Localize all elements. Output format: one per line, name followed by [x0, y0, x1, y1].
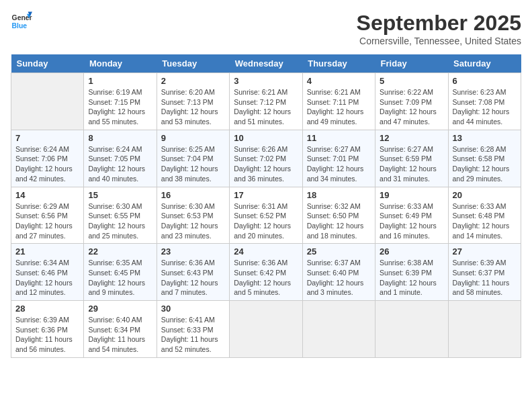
calendar-week-row: 21Sunrise: 6:34 AM Sunset: 6:46 PM Dayli…	[11, 244, 521, 301]
cell-info: Sunrise: 6:27 AM Sunset: 6:59 PM Dayligh…	[380, 144, 443, 184]
calendar-cell	[302, 301, 375, 358]
cell-info: Sunrise: 6:37 AM Sunset: 6:40 PM Dayligh…	[307, 258, 371, 298]
calendar-cell	[230, 301, 302, 358]
cell-info: Sunrise: 6:27 AM Sunset: 7:01 PM Dayligh…	[307, 144, 371, 184]
cell-info: Sunrise: 6:38 AM Sunset: 6:39 PM Dayligh…	[380, 258, 443, 298]
calendar-cell: 28Sunrise: 6:39 AM Sunset: 6:36 PM Dayli…	[11, 301, 84, 358]
day-number: 9	[161, 133, 225, 143]
calendar-cell: 29Sunrise: 6:40 AM Sunset: 6:34 PM Dayli…	[84, 301, 157, 358]
calendar-cell: 14Sunrise: 6:29 AM Sunset: 6:56 PM Dayli…	[11, 187, 84, 244]
day-number: 25	[307, 246, 371, 257]
calendar-cell: 21Sunrise: 6:34 AM Sunset: 6:46 PM Dayli…	[11, 244, 84, 301]
day-number: 10	[234, 133, 298, 143]
calendar-cell: 4Sunrise: 6:21 AM Sunset: 7:11 PM Daylig…	[302, 73, 375, 130]
day-number: 6	[453, 76, 517, 86]
calendar-cell: 5Sunrise: 6:22 AM Sunset: 7:09 PM Daylig…	[375, 73, 448, 130]
weekday-header: Saturday	[448, 54, 521, 73]
calendar-cell: 24Sunrise: 6:36 AM Sunset: 6:42 PM Dayli…	[230, 244, 302, 301]
day-number: 27	[453, 246, 517, 257]
cell-info: Sunrise: 6:39 AM Sunset: 6:36 PM Dayligh…	[15, 315, 79, 355]
calendar-cell: 10Sunrise: 6:26 AM Sunset: 7:02 PM Dayli…	[230, 130, 302, 187]
day-number: 30	[161, 304, 225, 314]
cell-info: Sunrise: 6:33 AM Sunset: 6:48 PM Dayligh…	[453, 201, 517, 241]
cell-info: Sunrise: 6:26 AM Sunset: 7:02 PM Dayligh…	[234, 144, 298, 184]
cell-info: Sunrise: 6:21 AM Sunset: 7:12 PM Dayligh…	[234, 87, 298, 127]
weekday-header: Monday	[84, 54, 157, 73]
calendar-cell: 9Sunrise: 6:25 AM Sunset: 7:04 PM Daylig…	[157, 130, 229, 187]
month-title: September 2025	[357, 11, 521, 36]
cell-info: Sunrise: 6:25 AM Sunset: 7:04 PM Dayligh…	[161, 144, 225, 184]
calendar-cell: 20Sunrise: 6:33 AM Sunset: 6:48 PM Dayli…	[448, 187, 521, 244]
calendar-week-row: 14Sunrise: 6:29 AM Sunset: 6:56 PM Dayli…	[11, 187, 521, 244]
weekday-header: Wednesday	[230, 54, 302, 73]
day-number: 15	[88, 190, 152, 200]
cell-info: Sunrise: 6:35 AM Sunset: 6:45 PM Dayligh…	[88, 258, 152, 298]
cell-info: Sunrise: 6:41 AM Sunset: 6:33 PM Dayligh…	[161, 315, 225, 355]
day-number: 7	[15, 133, 79, 143]
day-number: 2	[161, 76, 225, 86]
calendar-week-row: 7Sunrise: 6:24 AM Sunset: 7:06 PM Daylig…	[11, 130, 521, 187]
cell-info: Sunrise: 6:23 AM Sunset: 7:08 PM Dayligh…	[453, 87, 517, 127]
cell-info: Sunrise: 6:31 AM Sunset: 6:52 PM Dayligh…	[234, 201, 298, 241]
calendar-cell: 6Sunrise: 6:23 AM Sunset: 7:08 PM Daylig…	[448, 73, 521, 130]
calendar-cell: 15Sunrise: 6:30 AM Sunset: 6:55 PM Dayli…	[84, 187, 157, 244]
calendar-week-row: 1Sunrise: 6:19 AM Sunset: 7:15 PM Daylig…	[11, 73, 521, 130]
weekday-header: Tuesday	[157, 54, 229, 73]
weekday-header: Friday	[375, 54, 448, 73]
day-number: 11	[307, 133, 371, 143]
calendar-cell: 2Sunrise: 6:20 AM Sunset: 7:13 PM Daylig…	[157, 73, 229, 130]
cell-info: Sunrise: 6:21 AM Sunset: 7:11 PM Dayligh…	[307, 87, 371, 127]
cell-info: Sunrise: 6:33 AM Sunset: 6:49 PM Dayligh…	[380, 201, 443, 241]
calendar-cell: 23Sunrise: 6:36 AM Sunset: 6:43 PM Dayli…	[157, 244, 229, 301]
day-number: 14	[15, 190, 79, 200]
calendar-cell: 16Sunrise: 6:30 AM Sunset: 6:53 PM Dayli…	[157, 187, 229, 244]
calendar-cell	[375, 301, 448, 358]
svg-text:Blue: Blue	[12, 22, 28, 30]
logo: General Blue	[11, 11, 32, 32]
calendar-cell: 13Sunrise: 6:28 AM Sunset: 6:58 PM Dayli…	[448, 130, 521, 187]
page-header: General Blue September 2025 Cornersville…	[11, 11, 521, 46]
calendar-cell: 22Sunrise: 6:35 AM Sunset: 6:45 PM Dayli…	[84, 244, 157, 301]
cell-info: Sunrise: 6:20 AM Sunset: 7:13 PM Dayligh…	[161, 87, 225, 127]
cell-info: Sunrise: 6:19 AM Sunset: 7:15 PM Dayligh…	[88, 87, 152, 127]
cell-info: Sunrise: 6:24 AM Sunset: 7:06 PM Dayligh…	[15, 144, 79, 184]
day-number: 3	[234, 76, 298, 86]
day-number: 18	[307, 190, 371, 200]
title-block: September 2025 Cornersville, Tennessee, …	[357, 11, 521, 46]
cell-info: Sunrise: 6:36 AM Sunset: 6:42 PM Dayligh…	[234, 258, 298, 298]
cell-info: Sunrise: 6:30 AM Sunset: 6:53 PM Dayligh…	[161, 201, 225, 241]
day-number: 4	[307, 76, 371, 86]
day-number: 24	[234, 246, 298, 257]
day-number: 19	[380, 190, 443, 200]
cell-info: Sunrise: 6:39 AM Sunset: 6:37 PM Dayligh…	[453, 258, 517, 298]
calendar-cell: 8Sunrise: 6:24 AM Sunset: 7:05 PM Daylig…	[84, 130, 157, 187]
day-number: 28	[15, 304, 79, 314]
cell-info: Sunrise: 6:28 AM Sunset: 6:58 PM Dayligh…	[453, 144, 517, 184]
calendar-cell: 11Sunrise: 6:27 AM Sunset: 7:01 PM Dayli…	[302, 130, 375, 187]
calendar-cell	[11, 73, 84, 130]
day-number: 21	[15, 246, 79, 257]
cell-info: Sunrise: 6:29 AM Sunset: 6:56 PM Dayligh…	[15, 201, 79, 241]
day-number: 17	[234, 190, 298, 200]
calendar-cell: 7Sunrise: 6:24 AM Sunset: 7:06 PM Daylig…	[11, 130, 84, 187]
calendar-cell: 3Sunrise: 6:21 AM Sunset: 7:12 PM Daylig…	[230, 73, 302, 130]
calendar-week-row: 28Sunrise: 6:39 AM Sunset: 6:36 PM Dayli…	[11, 301, 521, 358]
weekday-header: Sunday	[11, 54, 84, 73]
calendar-cell: 18Sunrise: 6:32 AM Sunset: 6:50 PM Dayli…	[302, 187, 375, 244]
calendar-cell: 19Sunrise: 6:33 AM Sunset: 6:49 PM Dayli…	[375, 187, 448, 244]
cell-info: Sunrise: 6:36 AM Sunset: 6:43 PM Dayligh…	[161, 258, 225, 298]
day-number: 8	[88, 133, 152, 143]
calendar-cell: 1Sunrise: 6:19 AM Sunset: 7:15 PM Daylig…	[84, 73, 157, 130]
cell-info: Sunrise: 6:34 AM Sunset: 6:46 PM Dayligh…	[15, 258, 79, 298]
day-number: 20	[453, 190, 517, 200]
logo-icon: General Blue	[11, 11, 32, 32]
calendar-cell: 12Sunrise: 6:27 AM Sunset: 6:59 PM Dayli…	[375, 130, 448, 187]
calendar-cell: 30Sunrise: 6:41 AM Sunset: 6:33 PM Dayli…	[157, 301, 229, 358]
calendar-table: SundayMondayTuesdayWednesdayThursdayFrid…	[11, 54, 521, 358]
weekday-header-row: SundayMondayTuesdayWednesdayThursdayFrid…	[11, 54, 521, 73]
calendar-cell	[448, 301, 521, 358]
location: Cornersville, Tennessee, United States	[357, 36, 521, 46]
calendar-cell: 17Sunrise: 6:31 AM Sunset: 6:52 PM Dayli…	[230, 187, 302, 244]
day-number: 5	[380, 76, 443, 86]
cell-info: Sunrise: 6:32 AM Sunset: 6:50 PM Dayligh…	[307, 201, 371, 241]
